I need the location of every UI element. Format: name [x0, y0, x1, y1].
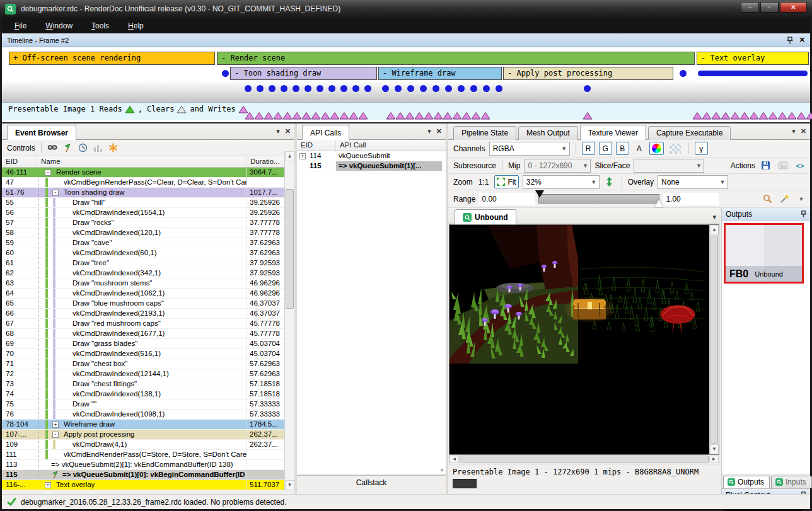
bookmark-asterisk-icon[interactable] — [108, 143, 118, 152]
slice-face-combo[interactable]: ▼ — [634, 159, 704, 173]
write-markers-run[interactable] — [245, 112, 369, 120]
mip-combo[interactable]: 0 - 1272x690▼ — [524, 159, 591, 173]
event-row-107[interactable]: 107-...-Apply post processing262.37... — [2, 430, 294, 440]
viewport-hthumb[interactable] — [460, 456, 709, 462]
tab-mesh-output[interactable]: Mesh Output — [518, 126, 578, 140]
red-channel-button[interactable]: R — [582, 142, 595, 155]
expander-expand-icon[interactable]: + — [299, 153, 306, 159]
menu-file[interactable]: File — [14, 21, 26, 30]
zoom-1to1-button[interactable]: 1:1 — [477, 175, 491, 188]
write-markers-run[interactable] — [386, 112, 491, 120]
blue-channel-button[interactable]: B — [616, 142, 629, 155]
tab-capture-executable[interactable]: Capture Executable — [648, 126, 731, 140]
alpha-checker-icon[interactable] — [668, 142, 683, 155]
eid-column-header[interactable]: EID — [2, 156, 37, 167]
event-row-56[interactable]: 56vkCmdDrawIndexed(1554,1)39.25926 — [2, 208, 294, 218]
event-row-109[interactable]: 109vkCmdDraw(4,1)262.37... — [2, 440, 294, 450]
callstack-footer[interactable]: Callstack — [297, 475, 446, 490]
event-row-72[interactable]: 72vkCmdDrawIndexed(12144,1)57.62963 — [2, 369, 294, 379]
event-row-115[interactable]: 115=> vkQueueSubmit(1)[0]: vkBeginComman… — [2, 470, 294, 480]
expander-collapse-icon[interactable]: - — [52, 432, 59, 438]
api-calls-close-icon[interactable]: ✕ — [436, 127, 442, 135]
api-calls-menu-caret-icon[interactable]: ▾ — [427, 127, 431, 135]
event-row-113[interactable]: 113=> vkQueueSubmit(2)[1]: vkEndCommandB… — [2, 460, 294, 470]
event-row-66[interactable]: 66vkCmdDrawIndexed(2193,1)46.37037 — [2, 309, 294, 319]
expander-expand-icon[interactable]: + — [45, 482, 51, 488]
time-draws-clock-icon[interactable] — [78, 143, 88, 152]
timeline-marker-toon-shading-draw[interactable]: - Toon shading draw — [230, 67, 377, 80]
right-panel-close-icon[interactable]: ✕ — [801, 127, 806, 135]
event-row-76[interactable]: 76vkCmdDrawIndexed(1098,1)57.33333 — [2, 410, 294, 420]
range-max-field[interactable]: 1.00 — [663, 193, 719, 205]
timeline-draw-dots[interactable] — [245, 85, 371, 92]
event-row-64[interactable]: 64vkCmdDrawIndexed(1062,1)46.96296 — [2, 289, 294, 299]
scrollbar-thumb[interactable] — [286, 189, 294, 309]
timeline-body[interactable]: + Off-screen scene rendering- Render sce… — [2, 47, 810, 123]
event-row-63[interactable]: 63Draw "mushroom stems"46.96296 — [2, 278, 294, 289]
duration-column-header[interactable]: Duratio... — [246, 156, 284, 167]
tab-inputs[interactable]: Inputs — [771, 476, 812, 488]
expander-collapse-icon[interactable]: - — [45, 169, 51, 176]
event-row-71[interactable]: 71Draw "chest box"57.62963 — [2, 359, 294, 369]
event-row-68[interactable]: 68vkCmdDrawIndexed(1677,1)45.77778 — [2, 329, 294, 339]
maximize-button[interactable]: ▫ — [760, 2, 779, 13]
save-icon[interactable] — [759, 159, 772, 172]
texture-tab-caret-icon[interactable]: ▾ — [712, 213, 716, 221]
viewport-vscrollbar[interactable]: ▲ ▼ — [709, 225, 719, 454]
event-row-73[interactable]: 73Draw "chest fittings"57.18518 — [2, 379, 294, 389]
event-row-111[interactable]: 111vkCmdEndRenderPass(C=Store, D=Store, … — [2, 450, 294, 460]
scroll-up-icon[interactable]: ▲ — [285, 151, 294, 161]
viewport-scroll-down-icon[interactable]: ▼ — [710, 444, 719, 454]
api-calls-column-headers[interactable]: EID API Call — [297, 140, 446, 151]
range-black-handle[interactable] — [535, 190, 544, 198]
range-white-handle[interactable] — [654, 200, 663, 207]
timeline-marker-wireframe-draw[interactable]: - Wireframe draw — [378, 67, 502, 80]
event-browser-close-icon[interactable]: ✕ — [285, 127, 291, 135]
pin-icon[interactable] — [787, 37, 793, 44]
autofit-wand-icon[interactable] — [778, 192, 791, 205]
event-row-55[interactable]: 55Draw "hill"39.25926 — [2, 198, 294, 208]
api-eid-column-header[interactable]: EID — [297, 140, 336, 151]
write-markers-run[interactable] — [583, 112, 593, 120]
write-markers-run[interactable] — [692, 112, 812, 120]
timeline-event-dot[interactable] — [222, 70, 229, 77]
viewport-scroll-left-icon[interactable]: ◄ — [450, 455, 459, 463]
scroll-down-icon[interactable]: ▼ — [285, 480, 294, 490]
menu-help[interactable]: Help — [128, 21, 144, 30]
event-row-74[interactable]: 74vkCmdDrawIndexed(138,1)57.18518 — [2, 389, 294, 399]
right-panel-menu-caret-icon[interactable]: ▾ — [792, 127, 796, 135]
viewport-vthumb[interactable] — [710, 236, 718, 444]
event-row-65[interactable]: 65Draw "blue mushroom caps"46.37037 — [2, 299, 294, 309]
zoom-combo[interactable]: 32%▼ — [523, 175, 600, 189]
event-row-70[interactable]: 70vkCmdDrawIndexed(516,1)45.03704 — [2, 349, 294, 359]
texture-viewport[interactable]: ▲ ▼ — [449, 224, 719, 455]
viewport-scroll-up-icon[interactable]: ▲ — [710, 225, 719, 235]
event-row-75[interactable]: 75Draw ""57.33333 — [2, 399, 294, 410]
range-slider[interactable] — [538, 194, 659, 204]
menu-tools[interactable]: Tools — [91, 21, 109, 30]
shader-code-icon[interactable]: <> — [794, 159, 806, 172]
zoom-fit-button[interactable]: Fit — [494, 175, 518, 188]
viewport-scroll-right-icon[interactable]: ► — [709, 455, 719, 463]
tab-outputs[interactable]: Outputs — [723, 476, 770, 488]
range-options-caret-icon[interactable]: ▼ — [795, 192, 808, 205]
event-browser-scrollbar[interactable]: ▲ ▼ — [284, 151, 294, 490]
expander-expand-icon[interactable]: + — [52, 422, 59, 428]
viewport-hscrollbar[interactable]: ◄ ► — [449, 455, 719, 464]
pin-icon[interactable] — [801, 210, 806, 217]
timeline-marker-off-screen-scene-rendering[interactable]: + Off-screen scene rendering — [9, 52, 215, 65]
event-row-59[interactable]: 59Draw "cave"37.62963 — [2, 238, 294, 248]
event-row-47[interactable]: 47vkCmdBeginRenderPass(C=Clear, D=Clear,… — [2, 178, 294, 188]
close-button[interactable]: ✕ — [780, 2, 807, 13]
event-row-46111[interactable]: 46-111-Render scene3064.7... — [2, 168, 294, 178]
overlay-combo[interactable]: None▼ — [658, 175, 728, 189]
api-row-115[interactable]: 115=> vkQueueSubmit(1)[... — [297, 161, 446, 171]
api-row-114[interactable]: 114+vkQueueSubmit — [297, 151, 446, 161]
name-column-header[interactable]: Name — [37, 156, 246, 167]
timeline-marker-text-overlay[interactable]: - Text overlay — [697, 52, 809, 65]
event-row-78104[interactable]: 78-104+Wireframe draw1784.5... — [2, 420, 294, 430]
minimize-button[interactable]: – — [741, 2, 759, 13]
channels-combo[interactable]: RGBA▼ — [489, 142, 570, 156]
fb0-thumbnail[interactable]: FB0 Unbound — [724, 223, 804, 284]
color-wheel-icon[interactable] — [649, 142, 664, 155]
